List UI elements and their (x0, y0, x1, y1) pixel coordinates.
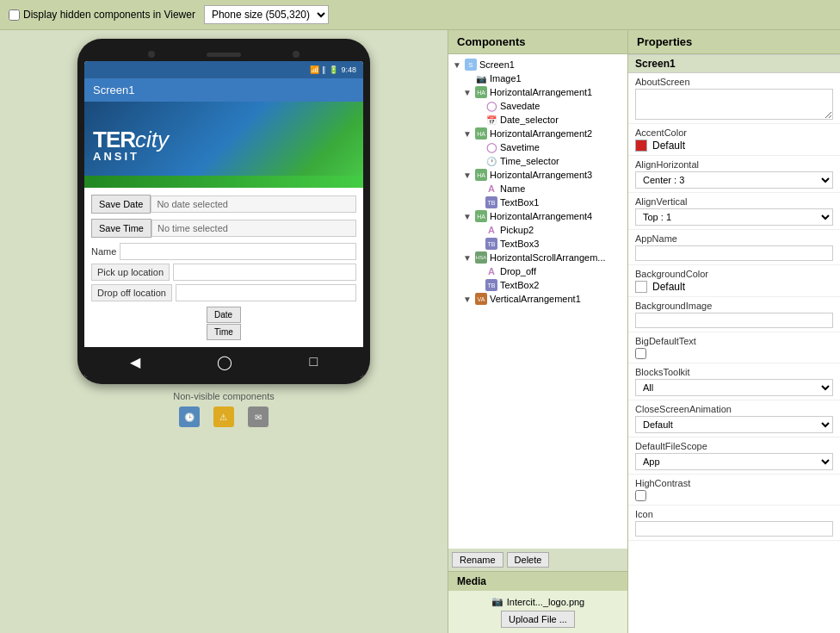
tree-ha3[interactable]: ▼ HA HorizontalArrangement3 (448, 168, 627, 182)
save-time-button[interactable]: Save Time (91, 219, 151, 238)
toggle-hsa[interactable]: ▼ (462, 252, 472, 263)
properties-header: Properties (628, 30, 840, 54)
camera-dot (148, 51, 155, 58)
savedate-icon: ◯ (485, 100, 497, 112)
properties-panel: Properties Screen1 AboutScreen AccentCol… (628, 30, 840, 633)
va1-label: VerticalArrangement1 (490, 294, 581, 304)
align-h-select[interactable]: Center : 3 (635, 171, 833, 189)
about-screen-input[interactable] (635, 89, 833, 120)
save-date-button[interactable]: Save Date (91, 195, 151, 214)
tree-time-selector[interactable]: 🕐 Time_selector (448, 154, 627, 168)
screen1-label: Screen1 (479, 59, 515, 70)
accent-color-swatch[interactable] (635, 140, 647, 152)
recents-nav-button[interactable]: □ (310, 354, 318, 370)
name-row: Name (91, 243, 356, 260)
toggle-screen1[interactable]: ▼ (452, 59, 462, 70)
dropoff-input[interactable] (176, 284, 356, 301)
ha1-icon: HA (475, 86, 487, 98)
prop-close-animation: CloseScreenAnimation Default (628, 400, 840, 438)
high-contrast-checkbox[interactable] (635, 490, 646, 501)
tree-ha2[interactable]: ▼ HA HorizontalArrangement2 (448, 127, 627, 140)
time-stack-button[interactable]: Time (207, 324, 241, 340)
blocks-toolkit-select[interactable]: All (635, 379, 833, 396)
date-stack-button[interactable]: Date (207, 307, 241, 323)
toggle-ha3[interactable]: ▼ (462, 170, 472, 180)
hidden-components-label[interactable]: Display hidden components in Viewer (9, 9, 195, 21)
tree-savetime[interactable]: ◯ Savetime (448, 140, 627, 154)
tree-dropoff[interactable]: A Drop_off (448, 264, 627, 278)
prop-align-horizontal: AlignHorizontal Center : 3 (628, 156, 840, 193)
name-label: Name (91, 246, 116, 257)
align-h-label: AlignHorizontal (635, 159, 833, 170)
phone-screen: 📶 ‖ 🔋 9:48 Screen1 TERcity (84, 61, 363, 377)
tree-date-selector[interactable]: 📅 Date_selector (448, 113, 627, 127)
accent-color-label: AccentColor (635, 127, 833, 138)
hidden-components-text: Display hidden components in Viewer (23, 9, 195, 21)
tree-screen1[interactable]: ▼ S Screen1 (448, 58, 627, 71)
textbox3-label: TextBox3 (500, 239, 539, 249)
bg-color-swatch[interactable] (635, 281, 647, 293)
delete-button[interactable]: Delete (507, 552, 550, 568)
accent-color-value: Default (635, 140, 833, 152)
ha2-icon: HA (475, 127, 487, 140)
name-icon: A (485, 183, 497, 195)
ha4-icon: HA (475, 210, 487, 222)
prop-about-screen: AboutScreen (628, 73, 840, 124)
screen-title-text: Screen1 (93, 84, 134, 96)
battery-icon: 🔋 (329, 65, 338, 74)
icon-input[interactable]: None... (635, 521, 833, 537)
toggle-ha2[interactable]: ▼ (462, 128, 472, 139)
pickup2-icon: A (485, 224, 497, 236)
toggle-va1[interactable]: ▼ (462, 294, 472, 304)
bg-color-text: Default (652, 281, 685, 293)
image-icon: 📷 (475, 72, 487, 84)
hsa-icon: HSA (475, 251, 487, 264)
ha2-label: HorizontalArrangement2 (490, 128, 592, 139)
prop-big-default-text: BigDefaultText (628, 332, 840, 363)
rename-delete-bar: Rename Delete (448, 549, 627, 571)
tree-textbox3[interactable]: TB TextBox3 (448, 237, 627, 251)
dropoff-label: Drop_off (500, 266, 536, 276)
app-header: TERcity ANSIT (84, 102, 363, 188)
phone-speaker (207, 53, 241, 57)
components-header: Components (448, 30, 627, 54)
rename-button[interactable]: Rename (452, 552, 503, 568)
phone-size-select[interactable]: Phone size (505,320) (204, 5, 329, 24)
media-header: Media (448, 572, 627, 591)
tree-textbox2[interactable]: TB TextBox2 (448, 278, 627, 292)
home-nav-button[interactable]: ◯ (217, 354, 232, 370)
tree-image1[interactable]: ▶ 📷 Image1 (448, 71, 627, 85)
media-area: Media 📷 Intercit..._logo.png Upload File… (448, 571, 627, 633)
tb1-icon: TB (485, 196, 497, 208)
tree-ha4[interactable]: ▼ HA HorizontalArrangement4 (448, 209, 627, 223)
tree-name[interactable]: A Name (448, 182, 627, 195)
tree-pickup2[interactable]: A Pickup2 (448, 223, 627, 237)
bg-image-input[interactable]: None... (635, 313, 833, 328)
pickup-input[interactable] (173, 264, 356, 281)
tree-hsa[interactable]: ▼ HSA HorizontalScrollArrangem... (448, 251, 627, 264)
toggle-ha4[interactable]: ▼ (462, 211, 472, 221)
close-anim-select[interactable]: Default (635, 416, 833, 433)
toggle-ha1[interactable]: ▼ (462, 87, 472, 97)
name-tree-label: Name (500, 183, 525, 194)
high-contrast-label: HighContrast (635, 478, 833, 488)
hsa-label: HorizontalScrollArrangem... (490, 252, 606, 263)
hidden-components-checkbox[interactable] (9, 9, 20, 21)
tree-va1[interactable]: ▼ VA VerticalArrangement1 (448, 292, 627, 306)
back-nav-button[interactable]: ◀ (130, 354, 140, 370)
textbox1-label: TextBox1 (500, 197, 539, 208)
tree-savedate[interactable]: ◯ Savedate (448, 99, 627, 113)
tree-textbox1[interactable]: TB TextBox1 (448, 195, 627, 209)
name-input[interactable] (120, 243, 356, 260)
status-icons: 📶 ‖ 🔋 9:48 (310, 65, 356, 74)
app-name-input[interactable]: Planner_test (635, 245, 833, 261)
prop-screen-name: Screen1 (628, 54, 840, 73)
image1-label: Image1 (490, 73, 522, 84)
file-scope-select[interactable]: App (635, 453, 833, 470)
ha1-label: HorizontalArrangement1 (490, 87, 592, 97)
upload-file-button[interactable]: Upload File ... (501, 611, 575, 628)
align-v-select[interactable]: Top : 1 (635, 208, 833, 226)
big-text-checkbox[interactable] (635, 348, 646, 359)
tree-ha1[interactable]: ▼ HA HorizontalArrangement1 (448, 85, 627, 99)
bg-color-label: BackgroundColor (635, 269, 833, 279)
